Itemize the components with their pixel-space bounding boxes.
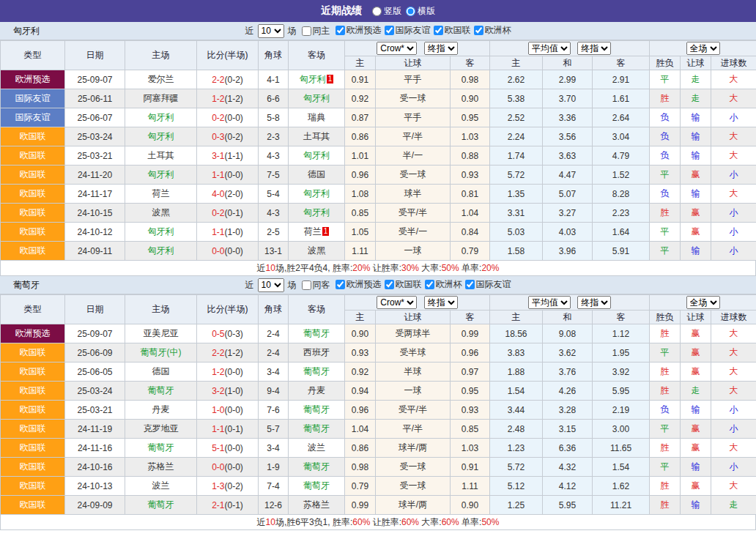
layout-option-horizontal[interactable]: 横版 (406, 5, 435, 18)
col-header-avg-home: 主 (490, 311, 543, 324)
result-goals: 小 (711, 458, 756, 477)
vertical-layout-radio[interactable] (372, 7, 382, 16)
result-wdl: 平 (650, 223, 681, 242)
avg-source-select[interactable]: 平均值 (528, 42, 571, 55)
competition-filter[interactable]: 国际友谊 (462, 278, 511, 291)
avg-home-odds: 2.62 (490, 70, 543, 89)
result-goals: 小 (711, 420, 756, 439)
match-date: 25-06-05 (65, 363, 125, 382)
match-row: 欧国联25-06-05德国1-2(0-0)3-4葡萄牙0.92半球0.971.8… (1, 363, 756, 382)
home-team-cell: 爱尔兰 (125, 70, 197, 89)
competition-filter[interactable]: 欧洲杯 (471, 24, 511, 37)
odds-company-select[interactable]: Crow* (377, 296, 417, 309)
result-wdl: 负 (650, 185, 681, 204)
half-time-score: (0-0) (225, 246, 243, 256)
home-team-name: 葡萄牙 (148, 442, 174, 453)
filters: 近 10 场 同客 欧洲预选欧国联欧洲杯国际友谊 (245, 278, 511, 292)
matches-tbody: 欧洲预选25-09-07亚美尼亚0-5(0-3)2-4葡萄牙0.90受两球半0.… (1, 324, 756, 515)
handicap-home-odds: 0.98 (345, 458, 376, 477)
handicap-line: 受一球 (376, 458, 451, 477)
competition-checkbox[interactable] (434, 26, 443, 35)
match-date: 25-03-21 (65, 146, 125, 166)
same-venue-filter[interactable]: 同客 (299, 279, 330, 291)
competition-filter[interactable]: 国际友谊 (382, 24, 431, 37)
handicap-away-odds: 0.93 (451, 166, 490, 185)
result-wdl: 胜 (650, 324, 681, 343)
summary-over-label: 大率: (419, 263, 442, 273)
home-team-cell: 荷兰 (125, 185, 197, 204)
competition-checkbox[interactable] (465, 280, 475, 289)
home-team-cell: 丹麦 (125, 401, 197, 420)
corner-count: 7-4 (259, 477, 289, 496)
competition-filter[interactable]: 欧洲杯 (422, 278, 462, 291)
match-row: 欧国联24-11-16葡萄牙5-1(0-0)3-4波兰0.86球半/两1.031… (1, 439, 756, 458)
competition-checkbox[interactable] (474, 26, 483, 35)
competition-label: 欧洲预选 (346, 278, 382, 291)
full-time-score: 1-1 (212, 424, 224, 434)
summary-single-label: 单率: (459, 263, 482, 273)
avg-home-odds: 1.88 (490, 363, 543, 382)
result-goals: 大 (711, 363, 756, 382)
same-venue-checkbox[interactable] (302, 26, 311, 36)
result-handicap: 赢 (681, 204, 711, 223)
match-scope-select[interactable]: 全场 (686, 296, 720, 309)
full-time-score: 1-3 (212, 481, 224, 491)
avg-source-select[interactable]: 平均值 (528, 296, 571, 309)
same-venue-filter[interactable]: 同主 (299, 25, 330, 37)
col-header-handicap-away: 客 (451, 56, 490, 70)
competition-filter[interactable]: 欧洲预选 (333, 278, 382, 291)
match-type-badge: 欧国联 (1, 146, 65, 166)
match-row: 欧国联24-10-16苏格兰0-0(0-0)1-9葡萄牙0.98受一球0.915… (1, 458, 756, 477)
col-header-handicap-home: 主 (345, 56, 376, 70)
competition-filter[interactable]: 欧国联 (382, 278, 422, 291)
handicap-away-odds: 0.79 (451, 242, 490, 261)
same-venue-checkbox[interactable] (302, 280, 311, 290)
handicap-away-odds: 0.95 (451, 382, 490, 401)
away-team-name: 西班牙 (303, 347, 330, 357)
handicap-away-odds: 1.11 (451, 477, 490, 496)
competition-checkbox[interactable] (336, 280, 345, 289)
handicap-away-odds: 0.81 (451, 185, 490, 204)
away-team-cell: 葡萄牙 (289, 324, 345, 343)
handicap-home-odds: 0.86 (345, 127, 376, 146)
layout-option-vertical[interactable]: 竖版 (372, 5, 401, 18)
competition-filter[interactable]: 欧国联 (431, 24, 471, 37)
recent-count-select[interactable]: 10 (258, 24, 284, 38)
half-time-score: (2-0) (225, 189, 243, 199)
match-scope-select[interactable]: 全场 (686, 42, 720, 55)
result-goals: 大 (711, 477, 756, 496)
avg-draw-odds: 3.70 (543, 89, 593, 108)
odds-company-select[interactable]: Crow* (377, 42, 417, 55)
avg-home-odds: 1.74 (490, 146, 543, 166)
home-team-name: 匈牙利 (148, 169, 174, 179)
competition-checkbox[interactable] (336, 26, 345, 35)
half-time-score: (1-1) (225, 151, 243, 161)
avg-draw-odds: 4.12 (543, 477, 593, 496)
score-cell: 1-3(0-2) (197, 477, 259, 496)
competition-checkbox[interactable] (385, 280, 394, 289)
competition-checkbox[interactable] (385, 26, 394, 35)
odds-stage-select[interactable]: 终指 (424, 296, 458, 309)
competition-checkbox[interactable] (425, 280, 434, 289)
title-bar: 近期战绩 竖版 横版 (0, 0, 756, 22)
avg-stage-select[interactable]: 终指 (577, 296, 611, 309)
recent-count-select[interactable]: 10 (258, 278, 284, 292)
result-handicap: 赢 (681, 439, 711, 458)
avg-draw-odds: 3.62 (543, 343, 593, 363)
red-card-badge: 1 (322, 227, 330, 236)
red-card-badge: 1 (327, 75, 334, 83)
score-cell: 1-0(0-0) (197, 401, 259, 420)
odds-stage-select[interactable]: 终指 (424, 42, 458, 55)
half-time-score: (0-0) (225, 405, 243, 415)
corner-count: 4-1 (259, 70, 289, 89)
full-time-score: 0-2 (212, 208, 224, 218)
competition-filter[interactable]: 欧洲预选 (333, 24, 382, 37)
result-handicap: 走 (681, 70, 711, 89)
page-title: 近期战绩 (321, 4, 362, 18)
horizontal-layout-radio[interactable] (406, 7, 415, 16)
handicap-line: 平/半 (376, 127, 451, 146)
result-goals: 小 (711, 108, 756, 127)
away-team-cell: 土耳其 (289, 127, 345, 146)
avg-stage-select[interactable]: 终指 (577, 42, 611, 55)
col-header-avg-draw: 和 (543, 311, 593, 324)
